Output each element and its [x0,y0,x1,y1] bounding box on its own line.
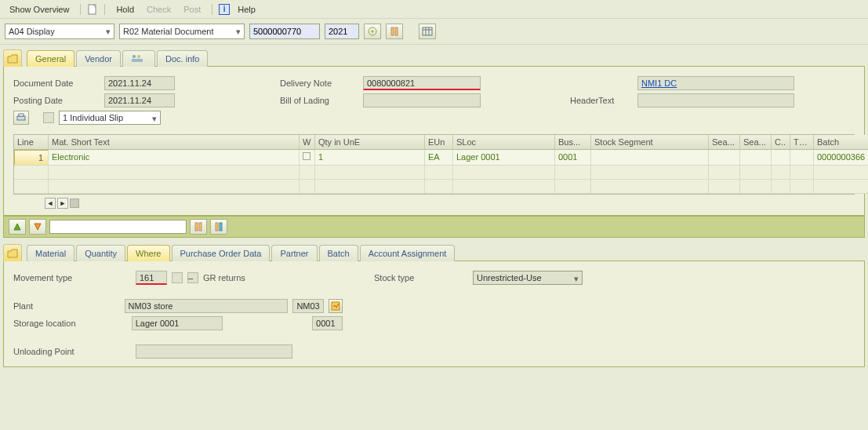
layout-icon[interactable] [419,24,436,39]
detail-panel: Material Quantity Where Purchase Order D… [3,244,865,367]
item-grid: Line Mat. Short Text W Qty in UnE EUn SL… [13,134,855,195]
tab-general[interactable]: General [27,50,74,67]
find-next-icon[interactable] [210,219,227,235]
bill-of-lading-field [363,93,481,108]
gr-flag-2: – [187,272,198,283]
print-icon[interactable] [13,111,29,125]
tab-quantity[interactable]: Quantity [76,245,125,261]
col-batch[interactable]: Batch [814,135,868,150]
grid-toolbar [3,216,865,238]
vendor-field[interactable]: NMI1 DC [637,76,794,90]
sort-asc-icon[interactable] [9,219,26,235]
expand-detail-icon[interactable] [3,244,22,261]
show-overview-button[interactable]: Show Overview [5,3,74,16]
col-stockseg[interactable]: Stock Segment [591,135,709,150]
tab-partner-icon[interactable] [122,50,155,67]
storage-location-label: Storage location [13,319,127,328]
help-button[interactable]: Help [233,3,260,16]
cell-sloc: Lager 0001 [453,150,555,166]
grid-hscroll[interactable]: ◄ ► [45,198,855,209]
tab-batch[interactable]: Batch [319,245,358,261]
header-tabstrip: General Vendor Doc. info [27,49,865,67]
find-grid-icon[interactable] [190,219,207,235]
post-button: Post [179,3,205,16]
svg-rect-3 [395,27,398,35]
cell-c [772,150,790,166]
cell-w [300,150,315,166]
svg-rect-13 [195,223,198,231]
header-text-label: HeaderText [570,96,633,105]
tab-account-assignment[interactable]: Account Assignment [360,245,456,261]
execute-icon[interactable] [364,24,381,39]
svg-rect-10 [132,59,143,62]
unloading-point-label: Unloading Point [13,347,131,356]
col-mat[interactable]: Mat. Short Text [49,135,300,150]
col-sloc[interactable]: SLoc [453,135,555,150]
plant-label: Plant [13,301,120,311]
plant-code-field: NM03 [292,299,323,313]
posting-date-label: Posting Date [13,96,100,105]
document-icon[interactable] [87,4,98,15]
col-sea1[interactable]: Sea... [709,135,740,150]
scroll-thumb[interactable] [70,199,79,208]
delivery-note-label: Delivery Note [280,78,358,88]
help-icon[interactable]: i [219,4,230,15]
tab-doc-info[interactable]: Doc. info [157,50,208,67]
grid-search-input[interactable] [49,220,187,234]
filter-bar: A04 Display R02 Material Document [0,19,868,45]
cell-sea1 [709,150,740,166]
tab-partner[interactable]: Partner [271,245,317,261]
detail-tabstrip: Material Quantity Where Purchase Order D… [27,244,865,261]
unloading-point-field [136,344,292,359]
bill-of-lading-label: Bill of Lading [280,96,358,105]
hold-button[interactable]: Hold [111,3,139,16]
year-input[interactable] [325,24,359,39]
col-w[interactable]: W [300,135,315,150]
action-select[interactable]: A04 Display [5,24,114,39]
svg-rect-15 [216,223,218,231]
plant-text-field: NM03 store [125,299,289,313]
gr-returns-label: GR returns [203,273,245,282]
stock-type-select[interactable]: Unrestricted-Use [473,271,583,285]
cell-bus: 0001 [555,150,591,166]
col-c[interactable]: C.. [772,135,790,150]
svg-rect-11 [17,116,25,120]
col-eun[interactable]: EUn [425,135,453,150]
cell-mat: Electronic [49,150,300,166]
movement-type-label: Movement type [13,273,131,282]
posting-date-field: 2021.11.24 [104,93,175,108]
col-bus[interactable]: Bus... [555,135,591,150]
svg-point-9 [137,55,140,58]
tab-material[interactable]: Material [27,245,74,261]
expand-header-icon[interactable] [3,49,22,67]
grid-header: Line Mat. Short Text W Qty in UnE EUn SL… [14,135,854,150]
table-row[interactable]: 1 Electronic 1 EA Lager 0001 0001 000000… [14,150,854,166]
doc-date-label: Document Date [13,78,100,88]
table-row [14,166,854,180]
storage-location-text-field: Lager 0001 [132,316,223,330]
doc-number-input[interactable] [249,24,320,39]
header-text-field [637,93,794,108]
cell-batch: 0000000366 [814,150,868,166]
plant-detail-icon[interactable] [329,299,343,313]
find-icon[interactable] [386,24,403,39]
scroll-right-icon[interactable]: ► [57,198,68,209]
svg-point-8 [133,55,136,58]
tab-where[interactable]: Where [127,245,169,261]
tab-purchase-order-data[interactable]: Purchase Order Data [172,245,271,261]
header-body: Document Date 2021.11.24 Posting Date 20… [3,67,865,216]
slip-select[interactable]: 1 Individual Slip [59,111,161,125]
slip-checkbox[interactable] [43,112,54,123]
detail-body: Movement type 161 – GR returns Plant NM0… [3,261,865,367]
doc-type-select[interactable]: R02 Material Document [119,24,245,39]
sort-desc-icon[interactable] [29,219,46,235]
scroll-left-icon[interactable]: ◄ [45,198,56,209]
table-row [14,180,854,194]
col-qty[interactable]: Qty in UnE [315,135,425,150]
gr-flag-1 [172,272,183,283]
col-line[interactable]: Line [14,135,49,150]
col-sea2[interactable]: Sea... [740,135,772,150]
tab-vendor[interactable]: Vendor [76,50,121,67]
cell-stockseg [591,150,709,166]
col-th[interactable]: Th... [790,135,814,150]
